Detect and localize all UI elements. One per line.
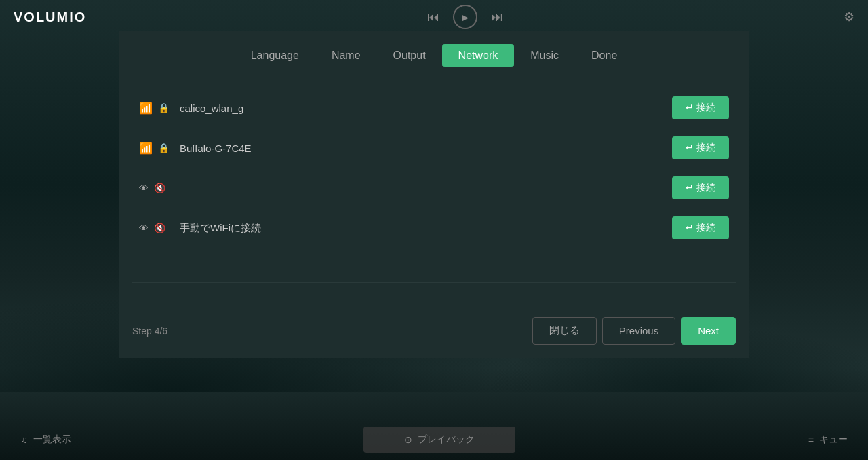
queue-icon: ≡ <box>808 434 814 445</box>
tab-name[interactable]: Name <box>315 44 377 67</box>
network-row: 📶 🔒 calico_wlan_g ↵ 接続 <box>132 88 736 128</box>
net-icons-4: 👁 🔇 <box>139 223 180 233</box>
playback-label: プレイバック <box>418 434 475 446</box>
playback-icon: ⊙ <box>404 434 412 445</box>
connect-button-1[interactable]: ↵ 接続 <box>672 96 729 119</box>
tab-bar: Language Name Output Network Music Done <box>119 31 749 81</box>
bottom-bar: ♫ 一覧表示 ⊙ プレイバック ≡ キュー <box>0 419 868 460</box>
network-name-4: 手動でWiFiに接続 <box>180 222 672 235</box>
network-list: 📶 🔒 calico_wlan_g ↵ 接続 📶 🔒 Buffalo-G-7C4… <box>119 81 749 255</box>
tab-network[interactable]: Network <box>442 44 515 67</box>
hidden-wifi-icon: 👁 <box>139 183 149 193</box>
net-icons-3: 👁 🔇 <box>139 183 180 193</box>
tab-output[interactable]: Output <box>377 44 442 67</box>
top-bar: VOLUMIO ⏮ ▶ ⏭ ⚙ <box>0 0 868 34</box>
footer-buttons: 閉じる Previous Next <box>532 317 736 345</box>
list-icon: ♫ <box>20 434 28 445</box>
network-row: 📶 🔒 Buffalo-G-7C4E ↵ 接続 <box>132 128 736 168</box>
wifi-icon: 📶 <box>139 102 153 115</box>
tab-language[interactable]: Language <box>235 44 315 67</box>
prev-track-button[interactable]: ⏮ <box>427 10 439 24</box>
next-button[interactable]: Next <box>681 317 736 345</box>
network-row: 👁 🔇 ↵ 接続 <box>132 168 736 208</box>
connect-button-4[interactable]: ↵ 接続 <box>672 216 729 239</box>
net-icons-1: 📶 🔒 <box>139 102 180 115</box>
previous-button[interactable]: Previous <box>602 317 675 345</box>
list-label: 一覧表示 <box>33 434 71 446</box>
next-track-button[interactable]: ⏭ <box>491 10 503 24</box>
play-icon: ▶ <box>462 12 469 22</box>
queue-button[interactable]: ≡ キュー <box>808 434 848 446</box>
list-view-button[interactable]: ♫ 一覧表示 <box>20 434 71 446</box>
network-name-2: Buffalo-G-7C4E <box>180 142 672 154</box>
lock-icon: 🔇 <box>154 183 165 193</box>
connect-button-3[interactable]: ↵ 接続 <box>672 176 729 199</box>
queue-label: キュー <box>819 434 848 446</box>
tab-music[interactable]: Music <box>514 44 575 67</box>
settings-button[interactable]: ⚙ <box>844 9 854 24</box>
setup-modal: Language Name Output Network Music Done … <box>119 31 749 358</box>
network-row: 👁 🔇 手動でWiFiに接続 ↵ 接続 <box>132 208 736 248</box>
modal-footer: Step 4/6 閉じる Previous Next <box>119 303 749 345</box>
close-button[interactable]: 閉じる <box>532 317 597 345</box>
empty-space <box>119 255 749 282</box>
hidden-wifi-icon: 👁 <box>139 223 149 233</box>
divider <box>132 282 736 283</box>
step-indicator: Step 4/6 <box>132 326 167 337</box>
lock-icon: 🔒 <box>158 142 170 153</box>
connect-button-2[interactable]: ↵ 接続 <box>672 136 729 159</box>
wifi-icon: 📶 <box>139 142 153 155</box>
app-logo: VOLUMIO <box>14 9 86 25</box>
net-icons-2: 📶 🔒 <box>139 142 180 155</box>
playback-center[interactable]: ⊙ プレイバック <box>363 427 515 453</box>
lock-icon: 🔇 <box>154 223 165 233</box>
top-controls: ⏮ ▶ ⏭ <box>427 5 503 29</box>
play-button[interactable]: ▶ <box>453 5 477 29</box>
lock-icon: 🔒 <box>158 102 170 113</box>
tab-done[interactable]: Done <box>575 44 633 67</box>
network-name-1: calico_wlan_g <box>180 102 672 114</box>
